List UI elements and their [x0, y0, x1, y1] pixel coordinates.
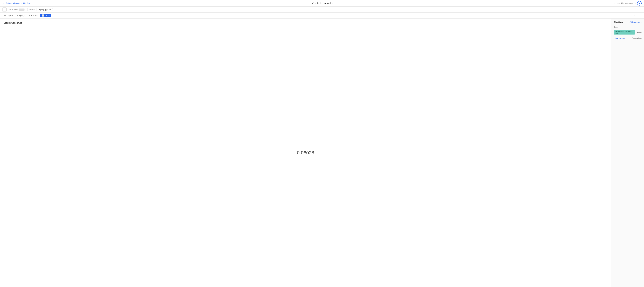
top-nav-right: Updated 17 minutes ago ▾ ▶: [614, 1, 642, 6]
main-content: Credits Consumed 0.06028 Chart type 123 …: [0, 18, 644, 287]
chart-type-badge[interactable]: 123 Scorecard ›: [628, 21, 642, 23]
chart-area: Credits Consumed 0.06028: [0, 18, 611, 287]
updated-dropdown-icon[interactable]: ▾: [635, 2, 636, 4]
results-icon: ↵: [29, 14, 30, 16]
comparison-label: Comparison: [632, 37, 642, 39]
data-column-tag[interactable]: SUM(CREDITS_USED... none: [614, 30, 635, 34]
tab-objects[interactable]: ⊞ Objects: [2, 14, 15, 17]
chart-type-section: Chart type 123 Scorecard ›: [614, 21, 642, 23]
run-button[interactable]: ▶: [637, 1, 642, 6]
add-column-button[interactable]: + Add column: [614, 37, 624, 39]
tab-bar-right: ⬇ ⧉: [632, 14, 642, 18]
chart-type-header: Chart type 123 Scorecard ›: [614, 21, 642, 23]
querytype-filter[interactable]: Query type: All: [38, 8, 52, 11]
right-panel: Chart type 123 Scorecard › Data SUM(CRED…: [611, 18, 644, 287]
chart-type-name: Scorecard: [632, 21, 640, 23]
tab-bar: ⊞ Objects ≡ Query ↵ Results 📈 Chart ⬇ ⧉: [0, 12, 644, 18]
download-button[interactable]: ⬇: [632, 14, 636, 18]
data-row-comparison: + Add column Comparison: [614, 37, 642, 39]
back-link[interactable]: ← Return to Dashboard for Qu...: [2, 2, 31, 5]
objects-icon: ⊞: [4, 14, 6, 16]
page-title: Credits Consumed: [312, 2, 331, 4]
download-icon: ⬇: [633, 14, 635, 17]
tab-bar-left: ⊞ Objects ≡ Query ↵ Results 📈 Chart: [2, 14, 52, 17]
username-filter-value: [19, 8, 24, 10]
alltime-filter[interactable]: All time: [27, 8, 36, 11]
alltime-filter-label: All time: [29, 8, 35, 10]
layout-button[interactable]: ⧉: [638, 14, 642, 18]
col-name: SUM(CREDITS_USED...: [615, 30, 634, 32]
top-nav: ← Return to Dashboard for Qu... Credits …: [0, 0, 644, 6]
back-label: Return to Dashboard for Qu...: [6, 2, 31, 4]
chart-value: 0.06028: [297, 150, 314, 156]
add-column-label: + Add column: [614, 37, 624, 39]
tab-results-label: Results: [31, 14, 38, 16]
col-sub: none: [615, 32, 634, 34]
username-filter-label: User name: [10, 8, 18, 10]
layout-icon: ⧉: [639, 14, 640, 17]
filter-icon-button[interactable]: ⇄: [2, 8, 6, 12]
chart-title: Credits Consumed: [4, 22, 608, 24]
chart-icon: 📈: [42, 14, 44, 16]
chart-type-section-title: Chart type: [614, 21, 623, 23]
data-section: Data SUM(CREDITS_USED... none Value + Ad…: [614, 26, 642, 39]
updated-text: Updated 17 minutes ago: [614, 2, 633, 4]
scorecard-icon: 123: [628, 21, 632, 23]
tab-results[interactable]: ↵ Results: [27, 14, 39, 17]
tab-query-label: Query: [19, 14, 24, 16]
value-label: Value: [637, 32, 642, 34]
tab-chart[interactable]: 📈 Chart: [40, 14, 52, 17]
tab-query[interactable]: ≡ Query: [16, 14, 26, 17]
filter-bar: ⇄ User name All time Query type: All: [0, 6, 644, 12]
chart-type-arrow-icon: ›: [641, 21, 642, 23]
data-section-title: Data: [614, 26, 642, 28]
querytype-filter-label: Query type: All: [39, 8, 51, 10]
query-icon: ≡: [17, 14, 18, 16]
username-filter[interactable]: User name: [8, 8, 26, 11]
tab-chart-label: Chart: [45, 14, 50, 16]
title-dropdown-icon[interactable]: ▾: [332, 2, 332, 4]
tab-objects-label: Objects: [6, 14, 13, 16]
arrow-left-icon: ←: [2, 2, 5, 5]
page-title-container: Credits Consumed ▾: [312, 2, 332, 4]
data-row-value: SUM(CREDITS_USED... none Value: [614, 30, 642, 36]
filter-icon: ⇄: [4, 8, 6, 10]
